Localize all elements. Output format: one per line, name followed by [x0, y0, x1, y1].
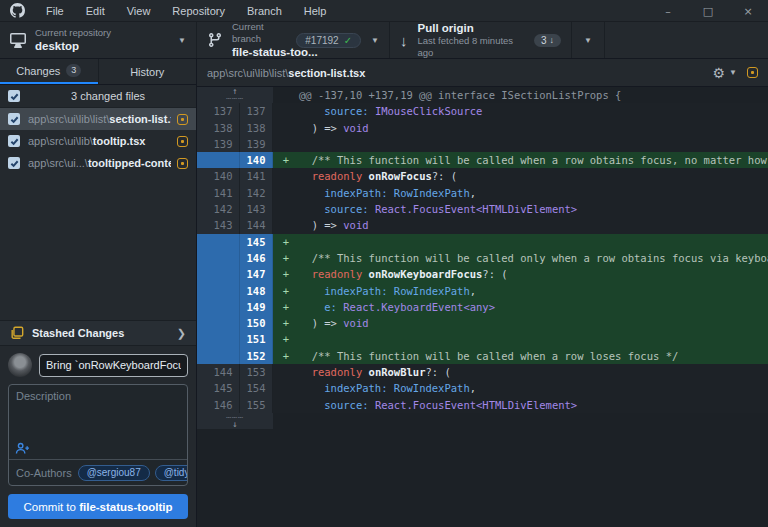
diff-added-line[interactable]: 151+	[197, 331, 768, 347]
close-button[interactable]: ×	[728, 0, 768, 22]
coauthors-row: Co-Authors @sergiou87@tidy-dev	[9, 459, 187, 485]
diff-line-gutter[interactable]: 144153	[197, 364, 273, 380]
diff-context-line[interactable]: 145154 indexPath: RowIndexPath,	[197, 380, 768, 396]
window-controls: – □ ×	[648, 0, 768, 21]
stashed-changes-row[interactable]: Stashed Changes ❯	[0, 320, 196, 346]
expand-up-button[interactable]: ↑┄┄┄	[197, 87, 273, 103]
old-line-number	[207, 348, 240, 364]
add-coauthor-icon[interactable]	[15, 442, 30, 455]
current-repository-button[interactable]: Current repository desktop ▼	[0, 22, 197, 58]
chevron-down-icon[interactable]: ▼	[729, 68, 737, 77]
diff-context-line[interactable]: 137137 source: IMouseClickSource	[197, 103, 768, 119]
pull-origin-button[interactable]: ↓ Pull origin Last fetched 8 minutes ago…	[390, 22, 572, 58]
diff-added-line[interactable]: 145+	[197, 234, 768, 250]
changes-sidebar: Changes 3 History 3 changed files app\sr…	[0, 59, 197, 527]
diff-line-gutter[interactable]: 139139	[197, 136, 273, 152]
modified-status-icon	[177, 114, 188, 125]
diff-line-gutter[interactable]: 137137	[197, 103, 273, 119]
old-line-number: 138	[207, 120, 240, 136]
old-line-number: 139	[207, 136, 240, 152]
diff-line-gutter[interactable]: 151	[197, 331, 273, 347]
menu-repository[interactable]: Repository	[161, 0, 236, 22]
modified-status-icon	[177, 136, 188, 147]
diff-line-gutter[interactable]: 150	[197, 315, 273, 331]
diff-line-gutter[interactable]: 145	[197, 234, 273, 250]
diff-added-line[interactable]: 150+ ) => void	[197, 315, 768, 331]
old-line-number: 144	[207, 364, 240, 380]
tab-history[interactable]: History	[98, 59, 197, 84]
menu-branch[interactable]: Branch	[236, 0, 293, 22]
diff-context-line[interactable]: 138138 ) => void	[197, 120, 768, 136]
diff-line-gutter[interactable]: 146155	[197, 397, 273, 413]
diff-line-gutter[interactable]: 140141	[197, 168, 273, 184]
file-row[interactable]: app\src\ui\lib\list\section-list.tsx	[0, 108, 196, 130]
current-branch-button[interactable]: Current branch file-status-too... #17192…	[197, 22, 390, 58]
diff-body: ↑┄┄┄@@ -137,10 +137,19 @@ interface ISec…	[197, 87, 768, 527]
diff-line-gutter[interactable]: 138138	[197, 120, 273, 136]
diff-added-line[interactable]: 147+ readonly onRowKeyboardFocus?: (	[197, 266, 768, 282]
diff-context-line[interactable]: 142143 source: React.FocusEvent<HTMLDivE…	[197, 201, 768, 217]
old-line-number: 140	[207, 168, 240, 184]
diff-added-line[interactable]: 140+ /** This function will be called wh…	[197, 152, 768, 168]
diff-added-line[interactable]: 149+ e: React.KeyboardEvent<any>	[197, 299, 768, 315]
commit-description-input[interactable]	[9, 385, 187, 437]
diff-panel: app\src\ui\lib\list\section-list.tsx ⚙ ▼…	[197, 59, 768, 527]
old-line-number	[207, 234, 240, 250]
diff-line-content: +	[273, 331, 768, 347]
diff-line-gutter[interactable]: 152	[197, 348, 273, 364]
new-line-number: 152	[240, 348, 273, 364]
diff-line-gutter[interactable]: 142143	[197, 201, 273, 217]
commit-button[interactable]: Commit to file-status-tooltip	[8, 494, 188, 519]
diff-file-header: app\src\ui\lib\list\section-list.tsx ⚙ ▼	[197, 59, 768, 87]
select-all-checkbox[interactable]	[8, 90, 20, 102]
diff-line-gutter[interactable]: 149	[197, 299, 273, 315]
file-checkbox[interactable]	[8, 113, 20, 125]
menu-view[interactable]: View	[116, 0, 162, 22]
old-line-number	[207, 152, 240, 168]
stashed-changes-label: Stashed Changes	[32, 327, 169, 339]
diff-line-gutter[interactable]: 141142	[197, 185, 273, 201]
file-checkbox[interactable]	[8, 135, 20, 147]
new-line-number: 138	[240, 120, 273, 136]
old-line-number	[207, 315, 240, 331]
toolbar: Current repository desktop ▼ Current bra…	[0, 22, 768, 59]
diff-added-line[interactable]: 148+ indexPath: RowIndexPath,	[197, 283, 768, 299]
diff-line-gutter[interactable]: 148	[197, 283, 273, 299]
tab-changes[interactable]: Changes 3	[0, 59, 98, 84]
gear-icon[interactable]: ⚙	[713, 65, 726, 81]
new-line-number: 147	[240, 266, 273, 282]
menu-help[interactable]: Help	[293, 0, 338, 22]
coauthor-chip[interactable]: @sergiou87	[78, 465, 150, 481]
maximize-button[interactable]: □	[688, 0, 728, 22]
diff-line-gutter[interactable]: 143144	[197, 217, 273, 233]
diff-context-line[interactable]: 144153 readonly onRowBlur?: (	[197, 364, 768, 380]
minimize-button[interactable]: –	[648, 0, 688, 22]
diff-line-content: source: IMouseClickSource	[273, 103, 768, 119]
file-row[interactable]: app\src\ui...\tooltipped-content.tsx	[0, 152, 196, 174]
menu-edit[interactable]: Edit	[75, 0, 116, 22]
diff-context-line[interactable]: 140141 readonly onRowFocus?: (	[197, 168, 768, 184]
commit-summary-input[interactable]	[39, 354, 188, 377]
commit-form: Co-Authors @sergiou87@tidy-dev Commit to…	[0, 346, 196, 527]
old-line-number	[207, 331, 240, 347]
diff-context-line[interactable]: 139139	[197, 136, 768, 152]
diff-added-line[interactable]: 146+ /** This function will be called on…	[197, 250, 768, 266]
file-checkbox[interactable]	[8, 157, 20, 169]
diff-line-gutter[interactable]: 147	[197, 266, 273, 282]
menu-file[interactable]: File	[35, 0, 75, 22]
arrow-down-icon: ↓	[400, 32, 408, 49]
pull-dropdown-button[interactable]: ▼	[572, 22, 605, 58]
diff-context-line[interactable]: 141142 indexPath: RowIndexPath,	[197, 185, 768, 201]
diff-line-gutter[interactable]: 145154	[197, 380, 273, 396]
diff-added-line[interactable]: 152+ /** This function will be called wh…	[197, 348, 768, 364]
coauthor-chip[interactable]: @tidy-dev	[155, 465, 188, 481]
diff-context-line[interactable]: 146155 source: React.FocusEvent<HTMLDivE…	[197, 397, 768, 413]
diff-line-gutter[interactable]: 140	[197, 152, 273, 168]
old-line-number	[207, 266, 240, 282]
file-row[interactable]: app\src\ui\lib\tooltip.tsx	[0, 130, 196, 152]
diff-line-content: + ) => void	[273, 315, 768, 331]
diff-line-gutter[interactable]: 146	[197, 250, 273, 266]
expand-down-button[interactable]: ┄┄┄↓	[197, 413, 273, 429]
old-line-number	[207, 299, 240, 315]
diff-context-line[interactable]: 143144 ) => void	[197, 217, 768, 233]
